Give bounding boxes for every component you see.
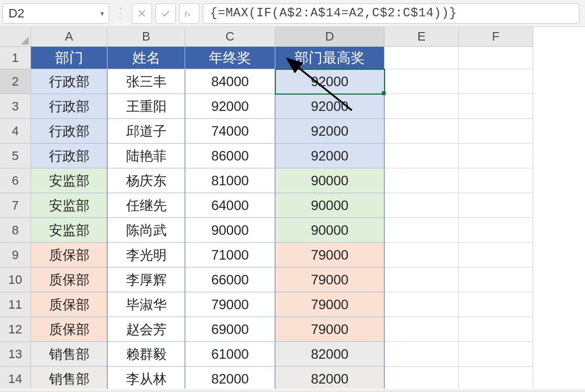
cell-D7[interactable]: 90000 <box>275 193 385 218</box>
cell-E3[interactable] <box>385 94 459 119</box>
cell-B14[interactable]: 李从林 <box>108 367 185 391</box>
column-header-B[interactable]: B <box>108 27 185 47</box>
cell-B10[interactable]: 李厚辉 <box>108 268 185 292</box>
header-cell-D[interactable]: 部门最高奖 <box>275 47 385 69</box>
cell-A3[interactable]: 行政部 <box>31 94 108 119</box>
cell-B11[interactable]: 毕淑华 <box>108 292 185 317</box>
cell-B13[interactable]: 赖群毅 <box>108 342 185 367</box>
cell-A11[interactable]: 质保部 <box>31 292 108 317</box>
cell-C11[interactable]: 79000 <box>185 292 275 317</box>
cell-E12[interactable] <box>385 317 459 342</box>
cell-F13[interactable] <box>459 342 533 367</box>
cell-B5[interactable]: 陆艳菲 <box>108 144 185 168</box>
cell-C9[interactable]: 71000 <box>185 243 275 268</box>
row-header-10[interactable]: 10 <box>0 268 31 292</box>
cell-E5[interactable] <box>385 144 459 168</box>
row-header-3[interactable]: 3 <box>0 94 31 119</box>
cell-C10[interactable]: 66000 <box>185 268 275 292</box>
cell-F7[interactable] <box>459 193 533 218</box>
cell-C2[interactable]: 84000 <box>185 69 275 94</box>
formula-input[interactable]: {=MAX(IF(A$2:A$14=A2,C$2:C$14))} <box>203 3 579 24</box>
row-header-12[interactable]: 12 <box>0 317 31 342</box>
row-header-14[interactable]: 14 <box>0 367 31 391</box>
cell-E10[interactable] <box>385 268 459 292</box>
row-header-9[interactable]: 9 <box>0 243 31 268</box>
cell-B9[interactable]: 李光明 <box>108 243 185 268</box>
cell-F12[interactable] <box>459 317 533 342</box>
cell-A8[interactable]: 安监部 <box>31 218 108 243</box>
cell-D13[interactable]: 82000 <box>275 342 385 367</box>
cell-C5[interactable]: 86000 <box>185 144 275 168</box>
column-header-A[interactable]: A <box>31 27 108 47</box>
cell-E7[interactable] <box>385 193 459 218</box>
cell-D10[interactable]: 79000 <box>275 268 385 292</box>
cell-F2[interactable] <box>459 69 533 94</box>
cell-A10[interactable]: 质保部 <box>31 268 108 292</box>
fx-button[interactable]: f x <box>179 3 199 24</box>
cell-C7[interactable]: 64000 <box>185 193 275 218</box>
header-cell-F[interactable] <box>459 47 533 69</box>
row-header-13[interactable]: 13 <box>0 342 31 367</box>
cell-E4[interactable] <box>385 119 459 144</box>
cell-E13[interactable] <box>385 342 459 367</box>
cell-E2[interactable] <box>385 69 459 94</box>
cell-D4[interactable]: 92000 <box>275 119 385 144</box>
cell-F14[interactable] <box>459 367 533 391</box>
row-header-5[interactable]: 5 <box>0 144 31 168</box>
cell-A14[interactable]: 销售部 <box>31 367 108 391</box>
cell-E9[interactable] <box>385 243 459 268</box>
row-header-1[interactable]: 1 <box>0 47 31 69</box>
cancel-formula-button[interactable] <box>132 3 152 24</box>
cell-D9[interactable]: 79000 <box>275 243 385 268</box>
cell-F5[interactable] <box>459 144 533 168</box>
cell-C14[interactable]: 82000 <box>185 367 275 391</box>
chevron-down-icon[interactable]: ▼ <box>99 10 105 17</box>
cell-D14[interactable]: 82000 <box>275 367 385 391</box>
cell-A9[interactable]: 质保部 <box>31 243 108 268</box>
cell-A4[interactable]: 行政部 <box>31 119 108 144</box>
cell-F9[interactable] <box>459 243 533 268</box>
cell-E6[interactable] <box>385 168 459 193</box>
header-cell-B[interactable]: 姓名 <box>108 47 185 69</box>
row-header-2[interactable]: 2 <box>0 69 31 94</box>
cell-F4[interactable] <box>459 119 533 144</box>
cell-A7[interactable]: 安监部 <box>31 193 108 218</box>
name-box[interactable]: D2 ▼ <box>2 3 109 24</box>
cell-C6[interactable]: 81000 <box>185 168 275 193</box>
column-header-D[interactable]: D <box>275 27 385 47</box>
cell-C13[interactable]: 61000 <box>185 342 275 367</box>
cell-C12[interactable]: 69000 <box>185 317 275 342</box>
cell-A5[interactable]: 行政部 <box>31 144 108 168</box>
row-header-11[interactable]: 11 <box>0 292 31 317</box>
cell-B2[interactable]: 张三丰 <box>108 69 185 94</box>
cell-B6[interactable]: 杨庆东 <box>108 168 185 193</box>
enter-formula-button[interactable] <box>155 3 176 24</box>
cell-E11[interactable] <box>385 292 459 317</box>
cell-C4[interactable]: 74000 <box>185 119 275 144</box>
cell-D11[interactable]: 79000 <box>275 292 385 317</box>
header-cell-C[interactable]: 年终奖 <box>185 47 275 69</box>
cell-F3[interactable] <box>459 94 533 119</box>
cell-B3[interactable]: 王重阳 <box>108 94 185 119</box>
cell-B8[interactable]: 陈尚武 <box>108 218 185 243</box>
cell-D3[interactable]: 92000 <box>275 94 385 119</box>
cell-A12[interactable]: 质保部 <box>31 317 108 342</box>
cell-A2[interactable]: 行政部 <box>31 69 108 94</box>
cell-E14[interactable] <box>385 367 459 391</box>
cell-B12[interactable]: 赵会芳 <box>108 317 185 342</box>
header-cell-E[interactable] <box>385 47 459 69</box>
row-header-4[interactable]: 4 <box>0 119 31 144</box>
row-header-7[interactable]: 7 <box>0 193 31 218</box>
cell-D8[interactable]: 90000 <box>275 218 385 243</box>
cell-C3[interactable]: 92000 <box>185 94 275 119</box>
cell-E8[interactable] <box>385 218 459 243</box>
cell-D2[interactable]: 92000 <box>275 69 385 94</box>
cell-A13[interactable]: 销售部 <box>31 342 108 367</box>
cell-C8[interactable]: 90000 <box>185 218 275 243</box>
row-header-8[interactable]: 8 <box>0 218 31 243</box>
column-header-C[interactable]: C <box>185 27 275 47</box>
row-header-6[interactable]: 6 <box>0 168 31 193</box>
cell-F11[interactable] <box>459 292 533 317</box>
cell-B4[interactable]: 邱道子 <box>108 119 185 144</box>
cell-D12[interactable]: 79000 <box>275 317 385 342</box>
